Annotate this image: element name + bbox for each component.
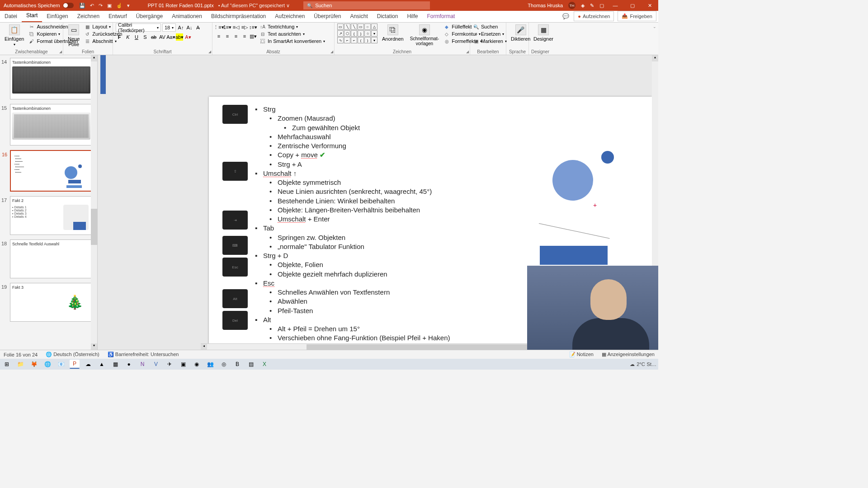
autosave-toggle[interactable]: Automatisches Speichern	[0, 3, 74, 8]
app-icon-6[interactable]: ◎	[219, 360, 229, 369]
strike-button[interactable]: ab	[150, 33, 157, 41]
clear-format-button[interactable]: A̶	[194, 24, 202, 31]
maximize-button[interactable]: ▢	[627, 3, 638, 9]
shape-small-circle[interactable]	[601, 151, 614, 164]
font-color-button[interactable]: A▾	[184, 33, 192, 41]
align-left-button[interactable]: ≡	[215, 33, 222, 40]
powerpoint-icon[interactable]: P	[70, 360, 80, 369]
tab-hilfe[interactable]: Hilfe	[402, 10, 422, 22]
quickstyles-button[interactable]: ◉Schnellformat- vorlagen	[408, 23, 441, 47]
touch-icon[interactable]: ☝	[116, 3, 123, 9]
grow-font-button[interactable]: A↑	[177, 24, 184, 31]
qat-more-icon[interactable]: ▾	[127, 3, 130, 9]
align-center-button[interactable]: ≡	[224, 33, 231, 40]
shrink-font-button[interactable]: A↓	[186, 24, 193, 31]
pen-icon[interactable]: ✎	[590, 3, 594, 9]
notes-button[interactable]: 📝 Notizen	[569, 352, 594, 357]
app-icon-2[interactable]: ▦	[110, 360, 120, 369]
minimize-button[interactable]: —	[609, 3, 621, 8]
slide-thumb-16[interactable]: 16 ▪━━━ •━━━━ •━━━━━▪━━━ •━━━━━━▪━━━ •━━…	[10, 150, 93, 192]
indent-button[interactable]: ≡▷	[241, 23, 248, 31]
shadow-button[interactable]: S	[142, 33, 149, 41]
bullets-button[interactable]: ⋮≡▾	[215, 23, 222, 31]
freigeben-button[interactable]: 📤Freigeben	[618, 11, 656, 21]
shape-line[interactable]	[539, 223, 610, 239]
tab-zeichnen[interactable]: Zeichnen	[73, 10, 104, 22]
redo-icon[interactable]: ↷	[99, 3, 103, 9]
align-text-button[interactable]: ⊟Text ausrichten▾	[259, 31, 325, 37]
outlook-icon[interactable]: 📧	[56, 360, 66, 369]
document-name[interactable]: PPT 01 Roter Faden 001.pptx	[148, 3, 214, 8]
app-icon-3[interactable]: ●	[124, 360, 134, 369]
user-avatar[interactable]: TH	[568, 2, 576, 9]
smartart-button[interactable]: ⿴In SmartArt konvertieren▾	[259, 38, 325, 44]
arrange-button[interactable]: ⿻Anordnen	[380, 23, 406, 42]
linespacing-button[interactable]: ↕≡▾	[250, 23, 257, 31]
aufzeichnen-button[interactable]: ●Aufzeichnen	[574, 11, 614, 21]
slide-thumb-19[interactable]: 19 Fakt 3 🎄	[10, 283, 93, 322]
outdent-button[interactable]: ≡◁	[232, 23, 240, 31]
display-settings-button[interactable]: ▦ Anzeigeeinstellungen	[602, 352, 655, 357]
tab-aufzeichnen[interactable]: Aufzeichnen	[270, 10, 309, 22]
diamond-icon[interactable]: ◈	[581, 3, 585, 9]
user-name[interactable]: Thomas Hruska	[528, 3, 563, 8]
replace-button[interactable]: ↔Ersetzen▾	[473, 31, 507, 37]
visio-icon[interactable]: V	[151, 360, 161, 369]
ribbon-collapse-button[interactable]: ⌄	[651, 23, 658, 55]
tab-ueberpruefen[interactable]: Überprüfen	[309, 10, 345, 22]
shape-rect-1[interactable]	[540, 246, 608, 265]
weather-widget[interactable]: ☁ 2°C St…	[630, 361, 656, 367]
slide-thumb-18[interactable]: 18 Schnelle Textfeld Auswahl	[10, 239, 93, 278]
case-button[interactable]: Aa▾	[167, 33, 175, 41]
undo-icon[interactable]: ↶	[90, 3, 94, 9]
italic-button[interactable]: K	[124, 33, 132, 41]
thumb-scrollbar[interactable]: ▴ ▾	[91, 55, 97, 350]
text-direction-button[interactable]: ↕ATextrichtung▾	[259, 23, 325, 30]
accessibility-status[interactable]: ♿ Barrierefreiheit: Untersuchen	[108, 352, 179, 357]
telegram-icon[interactable]: ✈	[165, 360, 175, 369]
excel-icon[interactable]: X	[259, 360, 269, 369]
start-button[interactable]: ⊞	[2, 360, 12, 369]
slide-thumb-17[interactable]: 17 Fakt 2 • Details 1• Details 2• Detail…	[10, 196, 93, 235]
paragraph-launcher[interactable]: ◢	[330, 50, 333, 54]
tab-entwurf[interactable]: Entwurf	[104, 10, 132, 22]
tab-dictation[interactable]: Dictation	[373, 10, 403, 22]
app-icon-5[interactable]: 👥	[205, 360, 215, 369]
tab-animationen[interactable]: Animationen	[167, 10, 207, 22]
slide-edit-area[interactable]: Ctrl ⇧ ⇥ ⌨ Esc Alt Del Strg Zoomen (Maus…	[98, 55, 658, 350]
app-icon-4[interactable]: ▣	[178, 360, 188, 369]
language-status[interactable]: 🌐 Deutsch (Österreich)	[46, 352, 99, 357]
shape-big-circle[interactable]	[552, 160, 593, 201]
shapes-gallery[interactable]: ▭╲╲▭○△ ↗⬡{}☆▾ ∿⌐⌐()▾	[337, 23, 377, 43]
numbering-button[interactable]: 1≡▾	[224, 23, 231, 31]
find-button[interactable]: 🔍Suchen	[473, 23, 507, 30]
tab-formformat[interactable]: Formformat	[422, 10, 459, 22]
comments-icon[interactable]: 💬	[560, 10, 572, 22]
select-button[interactable]: ▣Markieren▾	[473, 38, 507, 44]
spacing-button[interactable]: AV	[159, 33, 166, 41]
tab-datei[interactable]: Datei	[0, 10, 22, 22]
search-box[interactable]: 🔍 Suchen	[303, 1, 430, 9]
obs-icon[interactable]: ◉	[192, 360, 202, 369]
align-right-button[interactable]: ≡	[232, 33, 240, 40]
explorer-icon[interactable]: 📁	[15, 360, 25, 369]
rotate-handle-icon[interactable]: +	[593, 202, 597, 209]
font-size-select[interactable]: 18▾	[162, 23, 176, 32]
underline-button[interactable]: U	[133, 33, 140, 41]
tab-uebergaenge[interactable]: Übergänge	[132, 10, 167, 22]
onenote-icon[interactable]: N	[137, 360, 147, 369]
saved-location[interactable]: • Auf "diesem PC" gespeichert ∨	[218, 3, 290, 9]
app-icon-7[interactable]: B	[232, 360, 242, 369]
app-icon-1[interactable]: ☁	[83, 360, 93, 369]
vlc-icon[interactable]: ▲	[97, 360, 107, 369]
drawing-launcher[interactable]: ◢	[466, 50, 469, 54]
slide-thumb-15[interactable]: 15 Tastenkombinationen	[10, 104, 93, 145]
highlight-button[interactable]: ab▾	[176, 33, 183, 41]
tab-ansicht[interactable]: Ansicht	[345, 10, 372, 22]
close-button[interactable]: ✕	[644, 3, 656, 9]
slide-counter[interactable]: Folie 16 von 24	[4, 352, 38, 357]
font-launcher[interactable]: ◢	[208, 50, 211, 54]
paste-button[interactable]: 📋 Einfügen▾	[3, 23, 26, 47]
window-icon[interactable]: ▢	[599, 3, 604, 9]
tab-start[interactable]: Start	[22, 9, 42, 22]
